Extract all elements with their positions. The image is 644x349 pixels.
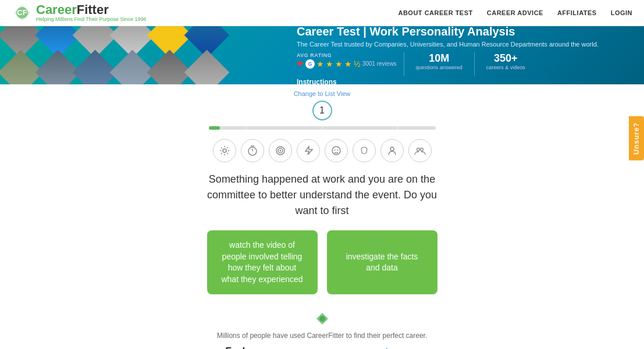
icon-person[interactable] [380,139,404,162]
nav-advice[interactable]: CAREER ADVICE [487,9,543,16]
icon-face[interactable] [325,139,348,162]
nav-about[interactable]: ABOUT CAREER TEST [398,9,472,16]
rating-block: AVG RATING ❤ G ★ ★ ★ ★ ½ 3001 reviews [297,52,397,69]
top-navigation: CF CareerFitter Helping Millions Find Th… [0,0,644,26]
star-3: ★ [335,59,343,69]
reviews-count: 3001 reviews [362,60,397,67]
logo-text: CareerFitter Helping Millions Find Their… [36,3,146,22]
hero-diamond-11 [147,50,193,84]
hero-content: Career Test | Work Personality Analysis … [285,26,644,84]
brand-topresume: TopResume [170,347,213,349]
hero-images [0,26,285,84]
footer-section: Millions of people have used CareerFitte… [170,312,474,349]
logo-icon: CF [12,2,33,23]
star-2: ★ [326,59,333,69]
icon-target[interactable] [269,139,292,162]
progress-bar-container [209,126,436,130]
hero-title: Career Test | Work Personality Analysis [297,26,632,38]
progress-ticks [209,126,436,130]
icon-brain[interactable] [353,139,376,162]
star-1: ★ [316,59,324,69]
change-view-link[interactable]: Change to List View [294,90,351,97]
nav-links: ABOUT CAREER TEST CAREER ADVICE AFFILIAT… [398,9,632,16]
hero-diamond-12 [184,50,230,84]
stat-careers-desc: careers & videos [486,65,525,72]
hero-banner: Career Test | Work Personality Analysis … [0,26,644,84]
answer-buttons: watch the video of people involved telli… [207,230,437,294]
svg-point-8 [279,150,281,152]
svg-point-4 [223,149,226,152]
logo-name: CareerFitter [36,3,146,16]
svg-point-16 [319,316,325,322]
instructions-link[interactable]: Instructions [297,78,632,85]
answer-button-2[interactable]: investigate the facts and data [327,230,437,294]
svg-point-12 [390,147,394,151]
svg-point-11 [337,149,338,151]
stars-row: ❤ G ★ ★ ★ ★ ½ 3001 reviews [297,59,397,69]
unsure-button[interactable]: Unsure? [629,116,644,161]
icon-lightning[interactable] [297,139,320,162]
svg-point-13 [417,148,419,151]
question-text: Something happened at work and you are o… [200,172,444,219]
stat-questions-desc: questions answered [416,65,462,72]
brand-logos: TopResume Forbes Psychology Today TopInt… [170,346,474,349]
logo-tagline: Helping Millions Find Their Purpose Sinc… [36,16,146,22]
google-icon: G [305,59,315,69]
stat-block-2: 350+ careers & videos [482,52,530,72]
star-5: ½ [354,59,361,69]
hero-stats: AVG RATING ❤ G ★ ★ ★ ★ ½ 3001 reviews 10… [297,52,632,76]
svg-point-10 [334,149,335,151]
svg-text:CF: CF [17,8,27,17]
hero-diamond-8 [35,50,81,84]
svg-point-9 [332,147,340,155]
heart-icon: ❤ [297,59,304,69]
progress-tick-3 [397,126,398,130]
question-number-circle: 1 [312,101,332,120]
stat-divider-2 [474,52,475,76]
stat-careers-number: 350+ [494,52,518,65]
stat-divider-1 [404,52,404,76]
icon-row [213,139,432,162]
star-4: ★ [344,59,352,69]
icon-group[interactable] [408,139,432,162]
progress-tick-1 [246,126,247,130]
nav-login[interactable]: LOGIN [611,9,632,16]
progress-tick-2 [322,126,322,130]
nav-affiliates[interactable]: AFFILIATES [557,9,597,16]
footer-tagline: Millions of people have used CareerFitte… [217,332,428,340]
hero-diamond-10 [110,50,155,84]
stat-block-1: 10M questions answered [411,52,467,72]
answer-button-1[interactable]: watch the video of people involved telli… [207,230,318,294]
hero-subtitle: The Career Test trusted by Companies, Un… [297,41,632,48]
hero-diamond-7 [0,50,43,84]
footer-logo-icon [315,312,329,329]
icon-settings[interactable] [213,139,236,162]
rating-label: AVG RATING [297,52,397,58]
svg-point-14 [420,148,423,151]
brand-forbes: Forbes [225,346,259,349]
logo-area: CF CareerFitter Helping Millions Find Th… [12,2,146,23]
stat-questions-number: 10M [429,52,449,65]
icon-timer[interactable] [241,139,264,162]
main-content: Change to List View 1 [0,84,644,349]
hero-diamond-9 [73,50,118,84]
